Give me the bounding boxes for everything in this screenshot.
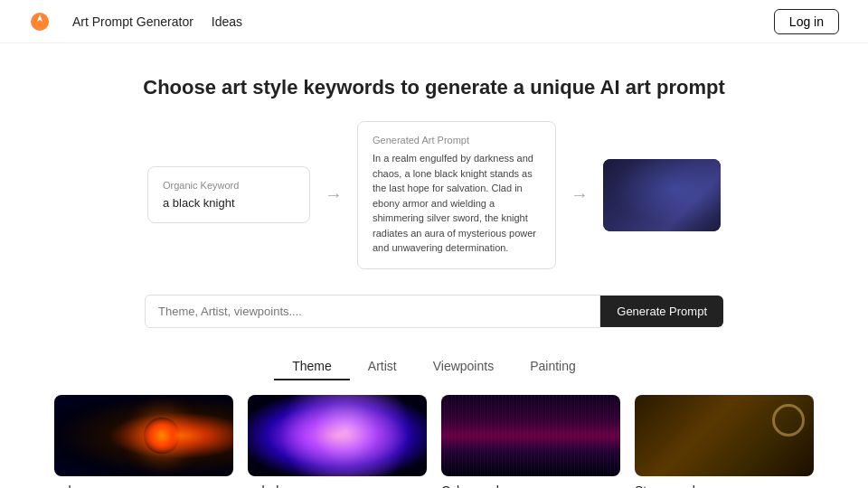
login-button[interactable]: Log in [774, 9, 839, 34]
card-image [635, 395, 814, 476]
nav-art-prompt[interactable]: Art Prompt Generator [72, 14, 193, 29]
tab-theme[interactable]: Theme [274, 353, 350, 380]
generate-prompt-button[interactable]: Generate Prompt [600, 296, 723, 327]
tab-artist[interactable]: Artist [350, 353, 415, 380]
organic-keyword-label: Organic Keyword [163, 180, 295, 191]
theme-card-galaxy[interactable]: galaxy [54, 395, 233, 489]
card-label: nebula [248, 476, 427, 489]
hero-section: Choose art style keywords to generate a … [0, 43, 868, 121]
theme-card-cyberpunk[interactable]: Cyberpunk [441, 395, 620, 489]
card-image [248, 395, 427, 476]
nav-ideas[interactable]: Ideas [212, 14, 242, 29]
theme-card-nebula[interactable]: nebula [248, 395, 427, 489]
demo-image-inner [603, 159, 721, 231]
generated-prompt-box: Generated Art Prompt In a realm engulfed… [357, 121, 556, 269]
card-label: Cyberpunk [441, 476, 620, 489]
tab-painting[interactable]: Painting [512, 353, 594, 380]
demo-strip: Organic Keyword a black knight → Generat… [0, 121, 868, 295]
nav-left: Art Prompt Generator Ideas [29, 11, 242, 33]
card-label: Steampunk [635, 476, 814, 489]
search-input[interactable] [145, 295, 600, 328]
generated-prompt-value: In a realm engulfed by darkness and chao… [373, 151, 541, 256]
card-image [54, 395, 233, 476]
theme-grid: galaxynebulaCyberpunkSteampunkNordic myt… [0, 395, 868, 489]
organic-keyword-value: a black knight [163, 196, 295, 210]
demo-result-image [603, 159, 721, 231]
tab-viewpoints[interactable]: Viewpoints [415, 353, 512, 380]
hero-title: Choose art style keywords to generate a … [18, 76, 850, 99]
organic-keyword-box: Organic Keyword a black knight [147, 166, 310, 223]
navbar: Art Prompt Generator Ideas Log in [0, 0, 868, 43]
generated-prompt-label: Generated Art Prompt [373, 135, 541, 145]
theme-card-steampunk[interactable]: Steampunk [635, 395, 814, 489]
card-image [441, 395, 620, 476]
tabs-bar: Theme Artist Viewpoints Painting [0, 353, 868, 395]
search-area: Generate Prompt [0, 295, 868, 353]
card-label: galaxy [54, 476, 233, 489]
logo-icon [29, 11, 51, 33]
nav-links: Art Prompt Generator Ideas [72, 14, 242, 29]
arrow-icon-2: → [571, 184, 589, 205]
arrow-icon-1: → [325, 184, 343, 205]
